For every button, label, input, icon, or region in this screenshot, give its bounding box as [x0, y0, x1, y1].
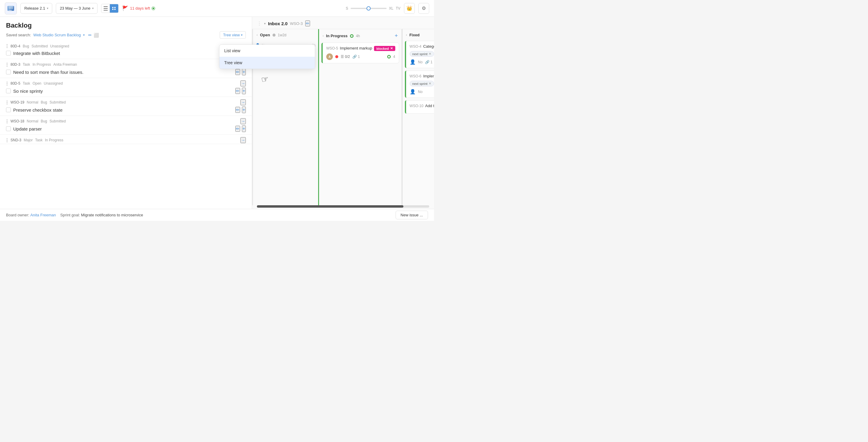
card-id: WSO-5: [326, 46, 338, 51]
grid-view-toggle-btn[interactable]: [110, 4, 118, 12]
sprint-edit-button[interactable]: ✏: [305, 21, 310, 26]
drag-handle-icon[interactable]: [6, 43, 8, 49]
board-owner-link[interactable]: Anita Freeman: [30, 213, 56, 217]
item-title: Need to sort more than four issues.: [13, 70, 233, 75]
list-view-label: List view: [224, 48, 240, 53]
item-checkbox[interactable]: [6, 107, 11, 112]
search-chevron-icon: ▾: [83, 33, 85, 37]
blocked-close-icon[interactable]: ✕: [390, 46, 393, 51]
drag-handle-icon[interactable]: [6, 100, 8, 105]
sprint-card[interactable]: WSO-4 Category filter next sprint ✕ 👤 No…: [405, 41, 434, 68]
sprint-card[interactable]: WSO-10 Add toggle for read and unread: [405, 100, 434, 114]
drag-handle-icon[interactable]: [6, 138, 8, 143]
item-meta: 80D-4 Bug Submitted Unassigned: [0, 41, 252, 49]
zoom-slider-container: S XL TV: [346, 6, 400, 10]
tag-close-icon[interactable]: ✕: [429, 52, 431, 56]
zoom-slider[interactable]: [350, 8, 386, 9]
sprint-card[interactable]: WSO-5 Implement markup blocked ✕ A ☰ 0/2…: [321, 42, 399, 63]
card-footer: 👤 No 4h: [410, 89, 434, 95]
column-collapse-icon[interactable]: ‹: [323, 34, 323, 37]
drag-handle-icon[interactable]: [6, 119, 8, 124]
item-type: Bug: [23, 44, 29, 48]
item-add-button[interactable]: +: [242, 125, 246, 132]
backlog-header: Backlog Saved search: Web Studio Scrum B…: [0, 17, 252, 41]
new-issue-button[interactable]: New issue ...: [396, 211, 428, 219]
tree-view-option[interactable]: Tree view: [219, 57, 315, 69]
sprint-collapse-icon[interactable]: ▾: [264, 22, 266, 25]
item-priority: Major: [24, 138, 33, 142]
column-header-fixed: ‹ Fixed: [402, 29, 434, 40]
item-id: WSO-18: [10, 119, 24, 123]
edit-search-button[interactable]: ✏: [88, 33, 92, 37]
list-item: WSO-18 Normal Bug Submitted → Update par…: [0, 116, 252, 135]
tag-close-icon[interactable]: ✕: [429, 82, 431, 86]
item-navigate-button[interactable]: →: [240, 99, 246, 105]
item-checkbox[interactable]: [6, 89, 11, 93]
crown-button[interactable]: 👑: [404, 3, 415, 14]
logo-button[interactable]: [5, 2, 17, 14]
card-header: WSO-10 Add toggle for read and unread: [410, 103, 434, 108]
item-type: Task: [23, 62, 30, 67]
item-meta: WSO-18 Normal Bug Submitted →: [0, 116, 252, 125]
item-title: Preserve checkbox state: [13, 107, 233, 113]
item-navigate-button[interactable]: →: [240, 81, 246, 87]
item-add-button[interactable]: +: [242, 106, 246, 113]
bottom-bar: Board owner: Anita Freeman Sprint goal: …: [0, 209, 434, 221]
card-id: WSO-10: [410, 104, 424, 108]
export-search-button[interactable]: ⬜: [94, 33, 99, 37]
slider-max-label: XL: [389, 6, 394, 10]
item-edit-button[interactable]: ✏: [235, 126, 240, 132]
drag-handle-icon[interactable]: [6, 81, 8, 86]
column-header-open: ‹ Open 1w2d: [253, 29, 318, 40]
list-item: 80D-3 Task In Progress Anita Freeman → N…: [0, 59, 252, 78]
column-collapse-icon[interactable]: ‹: [257, 33, 257, 37]
saved-search-link[interactable]: Web Studio Scrum Backlog: [33, 33, 81, 37]
slider-thumb: [367, 6, 371, 10]
card-checklist: ☰ 0/2: [341, 55, 350, 59]
horizontal-scrollbar[interactable]: [257, 205, 429, 208]
item-edit-button[interactable]: ✏: [235, 69, 240, 75]
tree-view-chevron-icon: ▾: [241, 33, 243, 37]
next-sprint-tag: next sprint ✕: [410, 81, 434, 87]
item-navigate-button[interactable]: →: [240, 137, 246, 143]
date-chevron-icon: ▾: [92, 7, 94, 10]
sprint-options-icon[interactable]: ⋮: [257, 21, 262, 26]
column-add-button[interactable]: +: [395, 33, 398, 39]
item-add-button[interactable]: +: [242, 69, 246, 75]
item-edit-button[interactable]: ✏: [235, 107, 240, 113]
backlog-panel: Backlog Saved search: Web Studio Scrum B…: [0, 17, 252, 209]
sprint-card[interactable]: WSO-6 Implement toggle to mute and unmut…: [405, 70, 434, 98]
list-view-option[interactable]: List view: [219, 45, 315, 57]
item-checkbox[interactable]: [6, 70, 11, 74]
item-actions: ✏ +: [235, 125, 246, 132]
item-edit-button[interactable]: ✏: [235, 88, 240, 94]
item-checkbox[interactable]: [6, 126, 11, 131]
sprint-cards-in-progress: WSO-5 Implement markup blocked ✕ A ☰ 0/2…: [319, 41, 402, 205]
main-layout: Backlog Saved search: Web Studio Scrum B…: [0, 17, 434, 209]
item-navigate-button[interactable]: →: [240, 118, 246, 124]
item-checkbox[interactable]: [6, 51, 11, 56]
card-attachment: 🔗 1: [425, 60, 433, 64]
item-add-button[interactable]: +: [242, 88, 246, 94]
item-actions: ✏ +: [235, 88, 246, 94]
sprint-goal-text: Migrate notifications to microservice: [81, 213, 143, 217]
logo-icon: [7, 6, 14, 11]
card-title: Add toggle for read and unread: [425, 103, 434, 108]
topbar-right: S XL TV 👑 ⚙: [346, 3, 429, 14]
column-collapse-icon[interactable]: ‹: [406, 33, 407, 37]
item-assignee: Unassigned: [50, 44, 69, 48]
card-title: Implement markup: [340, 46, 372, 51]
release-dropdown[interactable]: Release 2.1 ▾: [21, 3, 52, 14]
item-meta: SND-3 Major Task In Progress →: [0, 135, 252, 144]
drag-handle-icon[interactable]: [6, 62, 8, 67]
tree-view-dropdown-btn[interactable]: Tree view ▾: [220, 31, 246, 39]
sprint-info: 🚩 11 days left: [122, 5, 155, 11]
column-title-open: Open: [260, 33, 270, 37]
card-attachment: 🔗 1: [352, 55, 360, 59]
list-view-toggle-btn[interactable]: [101, 4, 110, 12]
settings-button[interactable]: ⚙: [418, 3, 429, 14]
item-status: Submitted: [32, 44, 48, 48]
release-label: Release 2.1: [24, 6, 45, 10]
date-range-dropdown[interactable]: 23 May — 3 June ▾: [56, 3, 97, 14]
column-header-in-progress: ‹ In Progress 4h +: [319, 29, 402, 41]
